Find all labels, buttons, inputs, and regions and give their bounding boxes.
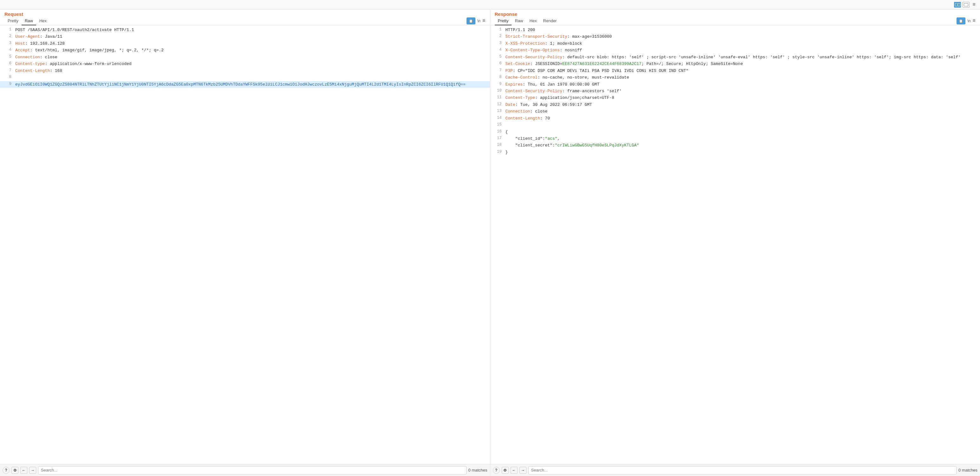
top-bar: ≡	[0, 0, 980, 10]
line-content: "client_id":"acs",	[506, 135, 560, 142]
table-row: 19 }	[490, 149, 980, 155]
forward-btn[interactable]: →	[29, 467, 36, 474]
table-row: 4 X-Content-Type-Options: nosniff	[490, 47, 980, 54]
table-row: 10 Content-Security-Policy: frame-ancest…	[490, 88, 980, 94]
line-content: Set-Cookie: JSESSIONID=EE87427A631E62242…	[506, 60, 743, 67]
line-number: 9	[493, 81, 502, 87]
response-tabs: Pretty Raw Hex Render 📋 \n ≡	[490, 17, 980, 25]
table-row: 6 Content-type: application/x-www-form-u…	[0, 60, 490, 67]
line-content: Content-Type: application/json;charset=U…	[506, 94, 614, 101]
line-number: 15	[493, 122, 502, 128]
table-row: 1 POST /SAAS/API/1.0/REST/oauth2/activat…	[0, 27, 490, 33]
line-number: 9	[3, 81, 11, 87]
line-number: 14	[493, 115, 502, 121]
request-newline-label: \n	[477, 19, 480, 23]
settings-btn[interactable]: ⚙	[11, 467, 18, 474]
request-content: 1 POST /SAAS/API/1.0/REST/oauth2/activat…	[0, 25, 490, 464]
help-btn-response[interactable]: ?	[493, 467, 500, 474]
response-copy-btn[interactable]: 📋	[956, 17, 966, 24]
line-content: Expires: Thu, 01 Jan 1970 00:00:00 GMT	[506, 81, 600, 88]
tab-request-pretty[interactable]: Pretty	[5, 17, 22, 25]
response-newline-label: \n	[967, 19, 970, 23]
response-matches-label: 0 matches	[958, 468, 977, 473]
table-row: 3 X-XSS-Protection: 1; mode=block	[490, 40, 980, 47]
table-row: 2 Strict-Transport-Security: max-age=315…	[490, 33, 980, 40]
line-number: 6	[3, 60, 11, 67]
table-row: 4 Accept: text/html, image/gif, image/jp…	[0, 47, 490, 54]
table-row: 17 "client_id":"acs",	[490, 135, 980, 142]
back-btn-response[interactable]: ←	[511, 467, 518, 474]
line-content: Connection: close	[506, 108, 548, 115]
table-row: 2 User-Agent: Java/11	[0, 33, 490, 40]
tab-response-raw[interactable]: Raw	[512, 17, 526, 25]
table-row: 13 Connection: close	[490, 108, 980, 115]
line-number: 1	[3, 27, 11, 33]
table-row: 5 Content-Security-Policy: default-src b…	[490, 54, 980, 60]
response-search-input[interactable]	[528, 466, 957, 474]
single-view-icon[interactable]	[963, 2, 969, 8]
request-tabs: Pretty Raw Hex 📋 \n ≡	[0, 17, 490, 25]
table-row: 14 Content-Length: 70	[490, 115, 980, 122]
line-number: 4	[493, 47, 502, 53]
line-number: 13	[493, 108, 502, 114]
line-number: 3	[3, 40, 11, 47]
tab-request-raw[interactable]: Raw	[22, 17, 36, 25]
request-copy-btn[interactable]: 📋	[466, 17, 476, 24]
table-row: 11 Content-Type: application/json;charse…	[490, 94, 980, 101]
line-number: 11	[493, 94, 502, 101]
line-number: 12	[493, 102, 502, 108]
line-content: Content-Security-Policy: default-src blo…	[506, 54, 961, 60]
response-panel: Response Pretty Raw Hex Render 📋 \n ≡ 1 …	[490, 10, 980, 476]
table-row: 9 eyJvdGEiOiI0WQ1ZGQzZS804NTRlLTNhZTUtYj…	[0, 81, 490, 88]
forward-btn-response[interactable]: →	[520, 467, 527, 474]
table-row: 12 Date: Tue, 30 Aug 2022 06:59:17 GMT	[490, 102, 980, 108]
table-row: 1 HTTP/1.1 200	[490, 27, 980, 33]
line-number: 16	[493, 129, 502, 135]
line-number: 10	[493, 88, 502, 94]
response-menu-btn[interactable]: ≡	[972, 18, 975, 24]
line-number: 2	[3, 33, 11, 40]
line-content: {	[506, 129, 508, 135]
help-btn[interactable]: ?	[3, 467, 10, 474]
line-content: Strict-Transport-Security: max-age=31536…	[506, 33, 612, 40]
line-number: 6	[493, 60, 502, 67]
table-row: 8	[0, 74, 490, 81]
tab-response-hex[interactable]: Hex	[526, 17, 540, 25]
line-number: 4	[3, 47, 11, 53]
line-content: Content-Length: 70	[506, 115, 550, 122]
line-content: X-XSS-Protection: 1; mode=block	[506, 40, 582, 47]
split-view-icon[interactable]	[954, 2, 961, 8]
table-row: 7 Content-Length: 168	[0, 68, 490, 74]
line-number: 8	[3, 74, 11, 81]
line-content: Content-type: application/x-www-form-url…	[15, 60, 132, 67]
line-content: POST /SAAS/API/1.0/REST/oauth2/activate …	[15, 27, 134, 33]
request-search-input[interactable]	[38, 466, 466, 474]
line-content: Cache-Control: no-cache, no-store, must-…	[506, 74, 629, 81]
response-content: 1 HTTP/1.1 200 2 Strict-Transport-Securi…	[490, 25, 980, 464]
line-content: Host: 192.168.24.128	[15, 40, 65, 47]
table-row: 5 Connection: close	[0, 54, 490, 60]
settings-btn-response[interactable]: ⚙	[502, 467, 509, 474]
request-panel: Request Pretty Raw Hex 📋 \n ≡ 1 POST /SA…	[0, 10, 490, 476]
table-row: 16 {	[490, 129, 980, 135]
tab-response-render[interactable]: Render	[540, 17, 560, 25]
line-content	[506, 122, 508, 129]
tab-response-pretty[interactable]: Pretty	[495, 17, 512, 25]
table-row: 15	[490, 122, 980, 129]
line-number: 5	[493, 54, 502, 60]
back-btn[interactable]: ←	[20, 467, 27, 474]
line-content: User-Agent: Java/11	[15, 33, 62, 40]
line-content: "client_secret":"crIWLiwGBwG5UqfH80eSLPq…	[506, 142, 639, 149]
line-content: X-Content-Type-Options: nosniff	[506, 47, 582, 54]
line-number: 19	[493, 149, 502, 155]
request-title: Request	[5, 11, 485, 17]
menu-icon[interactable]: ≡	[971, 2, 977, 8]
tab-request-hex[interactable]: Hex	[36, 17, 50, 25]
response-bottom-bar: ? ⚙ ← → 0 matches	[490, 464, 980, 476]
request-menu-btn[interactable]: ≡	[482, 18, 485, 24]
line-content: eyJvdGEiOiI0WQ1ZGQzZS804NTRlLTNhZTUtYjli…	[15, 81, 466, 88]
line-number: 2	[493, 33, 502, 40]
line-content: Content-Security-Policy: frame-ancestors…	[506, 88, 622, 94]
line-content: Accept: text/html, image/gif, image/jpeg…	[15, 47, 164, 54]
table-row: 18 "client_secret":"crIWLiwGBwG5UqfH80eS…	[490, 142, 980, 149]
